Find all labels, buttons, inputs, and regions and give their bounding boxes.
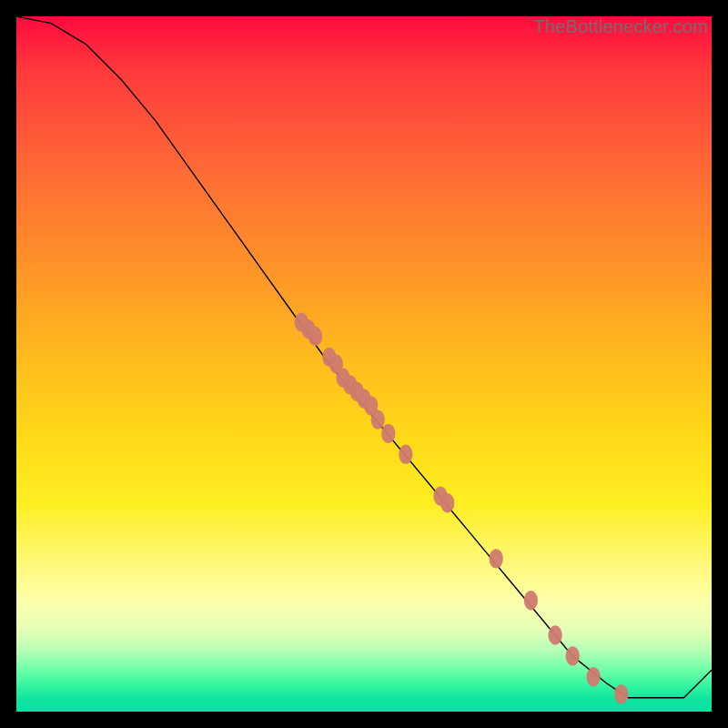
data-point [440,493,454,512]
chart-frame: TheBottlenecker.com [0,0,728,728]
data-point [371,410,385,429]
data-point [490,549,503,568]
data-point [614,684,628,703]
data-point [548,625,561,644]
data-point [308,327,322,346]
data-point [399,445,412,464]
data-point [524,591,538,610]
chart-plot-area: TheBottlenecker.com [16,16,712,712]
chart-svg [16,16,712,712]
data-point [566,646,580,665]
curve-line [16,16,712,698]
data-point [586,667,600,686]
data-point [381,424,395,443]
watermark-text: TheBottlenecker.com [533,16,708,37]
points-group [295,312,629,703]
